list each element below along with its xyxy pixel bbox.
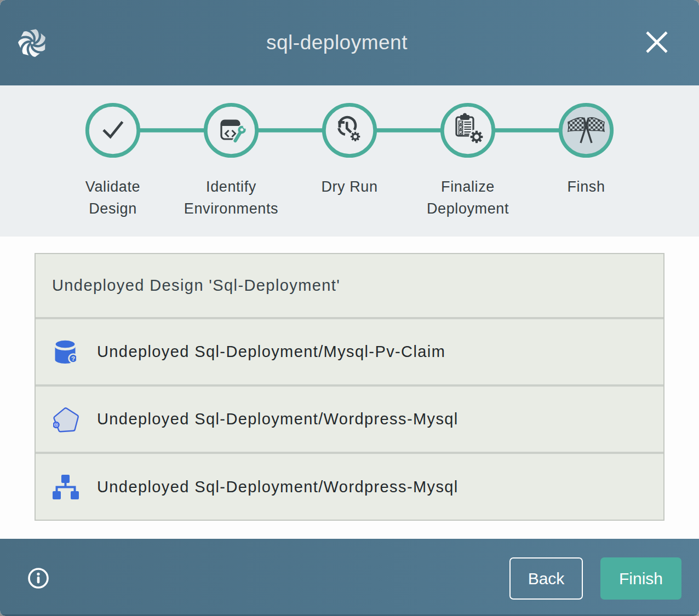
svg-text:?: ? (71, 355, 75, 362)
